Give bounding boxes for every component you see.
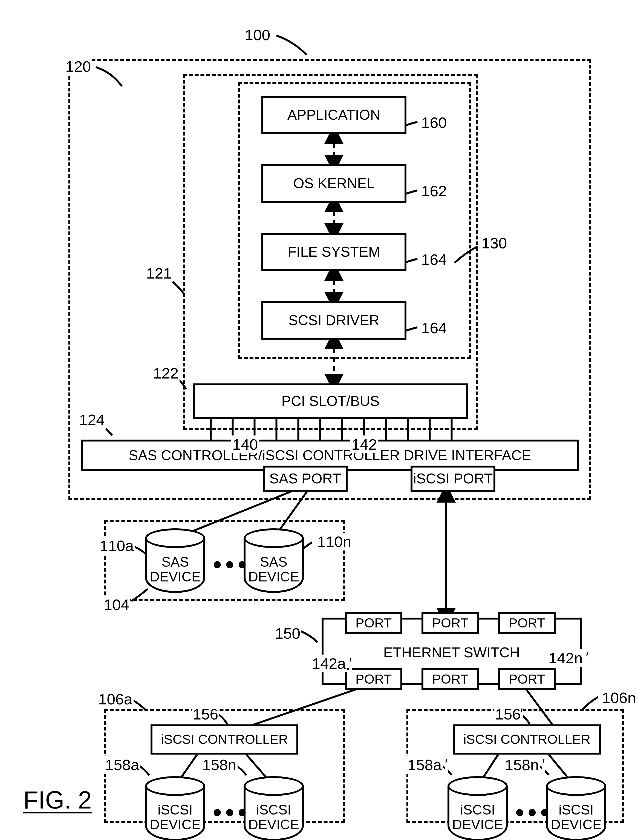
eth-port-bot-1: PORT [345,668,402,690]
iscsi-device-158n: iSCSI DEVICE [243,786,304,840]
sas-port-box: SAS PORT [263,466,347,492]
ref-150: 150 [274,625,302,642]
ref-164b: 164 [420,319,448,337]
ref-158np: 158n [504,756,540,774]
ref-162: 162 [420,182,448,200]
prime-158n: ′ [542,755,545,773]
ref-104: 104 [103,596,130,614]
eth-port-bot-3: PORT [498,668,556,690]
prime-142a: ′ [349,654,352,672]
file-system-box: FILE SYSTEM [261,233,406,271]
ref-106a: 106a [97,690,134,708]
eth-port-top-2: PORT [422,612,479,634]
ref-142n: 142n [547,649,584,667]
eth-port-top-3: PORT [498,612,556,634]
ref-124: 124 [78,411,106,429]
ref-158ap: 158a [406,756,443,774]
ref-164a: 164 [420,251,448,268]
ref-142a: 142a [311,655,347,672]
iscsi-controller-156: iSCSI CONTROLLER [150,725,298,755]
prime-142n: ′ [586,649,589,666]
ref-130: 130 [480,234,508,252]
ref-160: 160 [420,114,448,131]
scsi-driver-box: SCSI DRIVER [261,301,406,340]
ref-156p: 156 [494,705,522,723]
ref-121: 121 [145,264,173,282]
dots-iscsi-n: ••• [515,798,553,827]
ref-100: 100 [243,26,271,44]
ref-106n: 106n [601,689,637,707]
ref-158n: 158n [201,756,238,774]
ref-110n: 110n [316,533,352,551]
iscsi-device-158ap: iSCSI DEVICE [447,786,508,840]
dots-sas: ••• [213,551,250,579]
iscsi-device-158a: iSCSI DEVICE [145,786,205,840]
sas-device-110n: SAS DEVICE [243,538,304,593]
iscsi-device-158np: iSCSI DEVICE [546,786,606,840]
eth-port-bot-2: PORT [422,668,479,690]
ref-158a: 158a [104,756,141,774]
ref-110a: 110a [98,537,135,555]
dots-iscsi-a: ••• [213,798,250,827]
eth-port-top-1: PORT [345,612,402,634]
ref-156: 156 [192,705,219,723]
prime-156: ′ [520,705,523,723]
iscsi-port-box: iSCSI PORT [411,466,496,492]
prime-158a: ′ [445,755,448,773]
sas-device-110a: SAS DEVICE [145,538,205,593]
pci-slot-bus-box: PCI SLOT/BUS [193,383,468,419]
ref-120: 120 [64,57,92,75]
application-box: APPLICATION [261,96,406,134]
ref-142: 142 [351,435,378,453]
ref-140: 140 [231,435,259,453]
ref-122: 122 [152,364,180,382]
iscsi-controller-156p: iSCSI CONTROLLER [453,725,601,755]
figure-caption: FIG. 2 [23,786,92,814]
os-kernel-box: OS KERNEL [261,165,406,202]
